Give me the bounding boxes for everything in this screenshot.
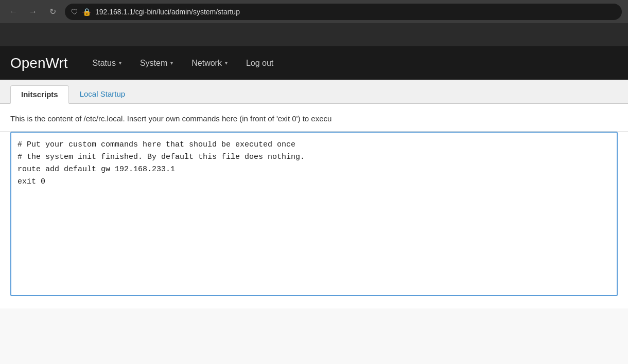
back-button[interactable]: ← [6,5,21,19]
nav-item-logout[interactable]: Log out [237,46,283,80]
lock-broken-icon: 🔒 [82,8,91,16]
startup-textarea[interactable]: # Put your custom commands here that sho… [10,132,618,296]
description-text: This is the content of /etc/rc.local. In… [0,104,628,132]
tab-local-startup[interactable]: Local Startup [69,85,136,103]
chevron-down-icon: ▾ [170,60,173,66]
url-text: 192.168.1.1/cgi-bin/luci/admin/system/st… [95,8,616,16]
browser-top-bar: ← → ↻ 🛡 🔒 192.168.1.1/cgi-bin/luci/admin… [0,0,628,23]
reload-button[interactable]: ↻ [45,5,60,19]
tab-initscripts[interactable]: Initscripts [10,85,69,104]
openwrt-navbar: OpenWrt Status ▾ System ▾ Network ▾ Log … [0,46,628,80]
tabs-bar: Initscripts Local Startup [0,80,628,104]
nav-item-status[interactable]: Status ▾ [83,46,131,80]
page-content: Initscripts Local Startup This is the co… [0,80,628,364]
openwrt-logo: OpenWrt [10,55,68,71]
address-bar[interactable]: 🛡 🔒 192.168.1.1/cgi-bin/luci/admin/syste… [65,4,622,20]
forward-button[interactable]: → [26,5,40,19]
nav-menu: Status ▾ System ▾ Network ▾ Log out [83,46,283,80]
browser-chrome: ← → ↻ 🛡 🔒 192.168.1.1/cgi-bin/luci/admin… [0,0,628,46]
nav-item-network[interactable]: Network ▾ [182,46,237,80]
nav-item-system[interactable]: System ▾ [131,46,182,80]
editor-container: # Put your custom commands here that sho… [0,132,628,308]
chevron-down-icon: ▾ [225,60,228,66]
chevron-down-icon: ▾ [119,60,121,66]
shield-icon: 🛡 [71,8,78,16]
